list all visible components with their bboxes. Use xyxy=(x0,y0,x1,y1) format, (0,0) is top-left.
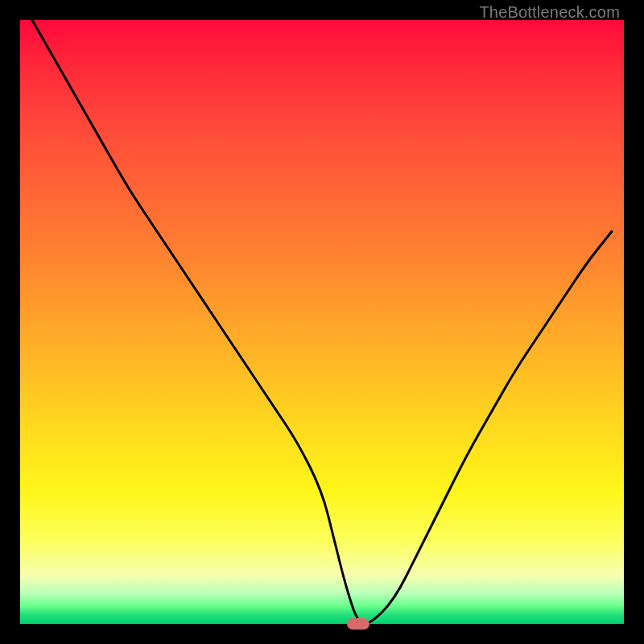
bottleneck-curve xyxy=(20,20,624,624)
minimum-marker xyxy=(347,618,369,630)
chart-frame: TheBottleneck.com xyxy=(0,0,644,644)
curve-path xyxy=(32,20,612,624)
plot-area xyxy=(20,20,624,624)
watermark-text: TheBottleneck.com xyxy=(479,3,620,22)
